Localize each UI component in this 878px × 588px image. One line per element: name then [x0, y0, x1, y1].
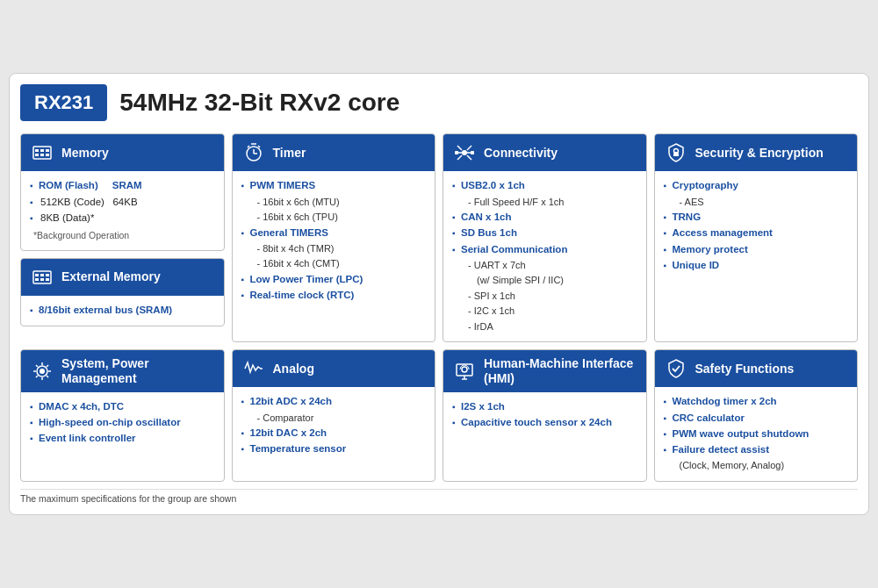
system-card: System, Power Management DMAC x 4ch, DTC…	[20, 349, 225, 482]
svg-rect-5	[40, 154, 44, 156]
analog-temp: Temperature sensor	[241, 441, 427, 456]
svg-rect-6	[46, 154, 49, 156]
svg-rect-10	[46, 274, 49, 276]
sec-access: Access management	[664, 226, 849, 240]
memory-note: *Background Operation	[30, 229, 215, 243]
timer-item-mtu: - 16bit x 6ch (MTU)	[241, 195, 427, 210]
memory-item-sizes: 512KB (Code) 64KB	[30, 195, 215, 210]
page-title: 54MHz 32-Bit RXv2 core	[119, 89, 399, 117]
security-title: Security & Encryption	[695, 146, 824, 161]
safety-body: Watchdog timer x 2ch CRC calculator PWM …	[655, 387, 858, 481]
conn-usb: USB2.0 x 1ch	[452, 178, 637, 193]
timer-title: Timer	[273, 146, 306, 161]
timer-header: Timer	[233, 134, 435, 171]
analog-title: Analog	[273, 362, 314, 376]
hmi-icon	[452, 359, 477, 384]
sec-trng: TRNG	[664, 210, 849, 225]
svg-rect-13	[46, 278, 49, 281]
hmi-body: I2S x 1ch Capacitive touch sensor x 24ch	[443, 392, 646, 439]
svg-rect-4	[35, 154, 39, 156]
svg-rect-1	[35, 149, 39, 152]
timer-icon	[241, 140, 266, 165]
svg-rect-11	[35, 278, 39, 281]
svg-rect-0	[33, 147, 51, 159]
svg-rect-8	[35, 274, 39, 276]
ext-memory-title: External Memory	[61, 269, 161, 284]
analog-adc: 12bit ADC x 24ch	[241, 394, 427, 409]
conn-spi: - SPI x 1ch	[452, 289, 637, 304]
analog-comp: - Comparator	[241, 411, 427, 426]
timer-item-pwm: PWM TIMERS	[241, 178, 427, 193]
analog-icon	[241, 356, 266, 381]
conn-can: CAN x 1ch	[452, 210, 637, 225]
conn-i2c: - I2C x 1ch	[452, 304, 637, 319]
hmi-touch: Capacitive touch sensor x 24ch	[452, 415, 637, 430]
sec-uid: Unique ID	[664, 258, 849, 273]
feature-grid: Memory ROM (Flash) SRAM 512KB (Code) 64K…	[20, 133, 858, 482]
hmi-header: Human-Machine Interface (HMI)	[443, 350, 646, 392]
sys-event: Event link controller	[30, 431, 215, 446]
svg-rect-12	[40, 278, 44, 281]
safety-title: Safety Functions	[695, 362, 795, 376]
conn-serial: Serial Communication	[452, 242, 637, 257]
system-title: System, Power Management	[61, 356, 215, 386]
header: RX231 54MHz 32-Bit RXv2 core	[20, 84, 858, 121]
analog-header: Analog	[233, 350, 435, 387]
sys-dmac: DMAC x 4ch, DTC	[30, 399, 215, 414]
hmi-card: Human-Machine Interface (HMI) I2S x 1ch …	[443, 349, 647, 482]
analog-dac: 12bit DAC x 2ch	[241, 426, 427, 441]
sys-osc: High-speed on-chip oscillator	[30, 415, 215, 430]
svg-rect-3	[46, 149, 49, 152]
ext-memory-card: External Memory 8/16bit external bus (SR…	[20, 258, 225, 326]
timer-item-tpu: - 16bit x 6ch (TPU)	[241, 210, 427, 225]
svg-rect-2	[40, 149, 44, 152]
svg-rect-19	[455, 151, 458, 154]
memory-body: ROM (Flash) SRAM 512KB (Code) 64KB 8KB (…	[21, 171, 224, 250]
page-wrapper: RX231 54MHz 32-Bit RXv2 core	[9, 73, 869, 515]
chip-label: RX231	[20, 84, 107, 121]
footer-note: The maximum specifications for the group…	[20, 489, 858, 504]
svg-rect-7	[33, 271, 51, 283]
system-body: DMAC x 4ch, DTC High-speed on-chip oscil…	[21, 392, 224, 455]
timer-item-rtc: Real-time clock (RTC)	[241, 288, 427, 303]
security-body: Cryptography - AES TRNG Access managemen…	[655, 171, 858, 281]
safety-card: Safety Functions Watchdog timer x 2ch CR…	[654, 349, 859, 482]
security-icon	[664, 140, 688, 165]
timer-body: PWM TIMERS - 16bit x 6ch (MTU) - 16bit x…	[233, 171, 435, 311]
hmi-i2s: I2S x 1ch	[452, 399, 637, 414]
memory-item-rom: ROM (Flash) SRAM	[30, 178, 215, 193]
conn-sd: SD Bus 1ch	[452, 226, 637, 240]
ext-memory-body: 8/16bit external bus (SRAM)	[21, 296, 224, 326]
safety-fail-sub: (Clock, Memory, Analog)	[664, 458, 849, 473]
conn-irda: - IrDA	[452, 319, 637, 334]
safety-wdt: Watchdog timer x 2ch	[664, 394, 849, 409]
connectivity-card: Connectivity USB2.0 x 1ch - Full Speed H…	[443, 133, 647, 342]
security-card: Security & Encryption Cryptography - AES…	[654, 133, 859, 342]
memory-card: Memory ROM (Flash) SRAM 512KB (Code) 64K…	[20, 133, 225, 251]
timer-item-tmr: - 8bit x 4ch (TMR)	[241, 241, 427, 256]
conn-usb-sub: - Full Speed H/F x 1ch	[452, 195, 637, 210]
ext-memory-header: External Memory	[21, 259, 224, 296]
memory-title: Memory	[61, 146, 109, 161]
hmi-title: Human-Machine Interface (HMI)	[484, 356, 637, 386]
svg-rect-24	[457, 364, 472, 376]
timer-item-lpc: Low Power Timer (LPC)	[241, 272, 427, 287]
svg-point-22	[40, 369, 45, 374]
connectivity-header: Connectivity	[443, 134, 646, 171]
svg-rect-9	[40, 274, 44, 276]
connectivity-icon	[452, 140, 477, 165]
svg-rect-20	[471, 151, 474, 154]
safety-icon	[664, 356, 688, 381]
system-icon	[30, 359, 54, 384]
memory-item-data: 8KB (Data)*	[30, 211, 215, 226]
analog-body: 12bit ADC x 24ch - Comparator 12bit DAC …	[233, 387, 435, 464]
analog-card: Analog 12bit ADC x 24ch - Comparator 12b…	[232, 349, 436, 482]
safety-header: Safety Functions	[655, 350, 858, 387]
ext-memory-icon	[30, 265, 54, 290]
sec-mem-protect: Memory protect	[664, 242, 849, 257]
sec-crypto: Cryptography	[664, 178, 849, 193]
system-header: System, Power Management	[21, 350, 224, 392]
memory-header: Memory	[21, 134, 224, 171]
connectivity-body: USB2.0 x 1ch - Full Speed H/F x 1ch CAN …	[443, 171, 646, 341]
ext-memory-item-bus: 8/16bit external bus (SRAM)	[30, 303, 215, 318]
